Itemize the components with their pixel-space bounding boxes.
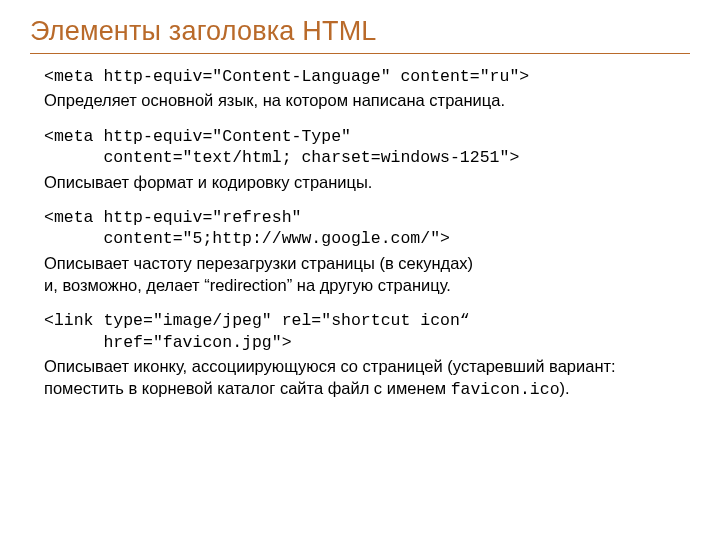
block-1: <meta http-equiv="Content-Language" cont… (44, 66, 690, 112)
slide-content: <meta http-equiv="Content-Language" cont… (30, 66, 690, 402)
title-rule (30, 53, 690, 54)
desc-3: Описывает частоту перезагрузки страницы … (44, 252, 690, 297)
desc-1: Определяет основной язык, на котором нап… (44, 89, 690, 111)
desc-2: Описывает формат и кодировку страницы. (44, 171, 690, 193)
block-3: <meta http-equiv="refresh" content="5;ht… (44, 207, 690, 296)
desc-4-suffix: ). (560, 379, 570, 397)
code-2: <meta http-equiv="Content-Type" content=… (44, 126, 690, 169)
code-1: <meta http-equiv="Content-Language" cont… (44, 66, 690, 87)
block-4: <link type="image/jpeg" rel="shortcut ic… (44, 310, 690, 401)
desc-4-mono: favicon.ico (451, 380, 560, 399)
desc-4: Описывает иконку, ассоциирующуюся со стр… (44, 355, 690, 402)
slide: Элементы заголовка HTML <meta http-equiv… (0, 0, 720, 540)
code-4: <link type="image/jpeg" rel="shortcut ic… (44, 310, 690, 353)
slide-title: Элементы заголовка HTML (30, 16, 690, 47)
block-2: <meta http-equiv="Content-Type" content=… (44, 126, 690, 193)
code-3: <meta http-equiv="refresh" content="5;ht… (44, 207, 690, 250)
